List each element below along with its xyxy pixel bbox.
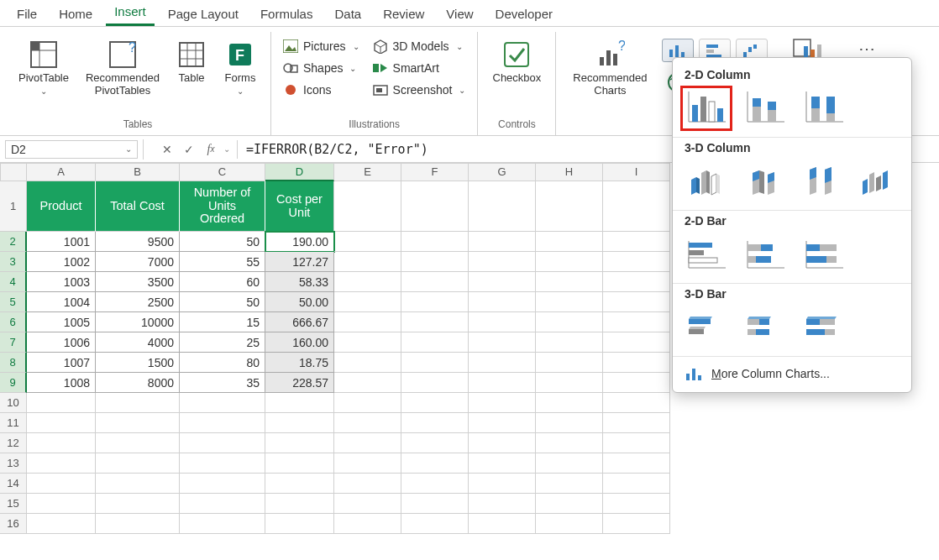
cell[interactable] (334, 393, 401, 413)
cell[interactable] (469, 312, 536, 332)
cell[interactable]: 18.75 (265, 353, 334, 373)
tab-review[interactable]: Review (375, 3, 433, 26)
cell[interactable] (603, 252, 670, 272)
row-header-1[interactable]: 1 (0, 181, 27, 232)
cell[interactable] (536, 433, 603, 453)
cell[interactable] (603, 232, 670, 252)
cell[interactable] (603, 433, 670, 453)
cell[interactable] (265, 433, 334, 453)
cell[interactable]: 58.33 (265, 272, 334, 292)
tab-insert[interactable]: Insert (106, 1, 155, 26)
row-header-16[interactable]: 16 (0, 514, 27, 534)
cell[interactable]: 3500 (96, 272, 180, 292)
cell[interactable]: 8000 (96, 373, 180, 393)
100-stacked-bar-2d-option[interactable] (802, 236, 846, 273)
cell[interactable] (536, 312, 603, 332)
cell[interactable] (334, 514, 401, 534)
cell[interactable] (27, 494, 96, 514)
cell[interactable] (334, 332, 401, 353)
row-header-6[interactable]: 6 (0, 312, 27, 332)
clustered-bar-3d-option[interactable] (685, 309, 728, 346)
smartart-button[interactable]: SmartArt (370, 59, 470, 77)
cell[interactable] (265, 413, 334, 433)
row-header-2[interactable]: 2 (0, 232, 27, 252)
cell[interactable] (401, 393, 469, 413)
cell[interactable]: 127.27 (265, 252, 334, 272)
cell[interactable] (603, 494, 670, 514)
header-cost-per-unit[interactable]: Cost per Unit (265, 181, 334, 232)
cell[interactable] (401, 514, 469, 534)
cell[interactable] (401, 332, 469, 353)
cancel-formula-button[interactable]: ✕ (158, 140, 176, 159)
stacked-bar-3d-option[interactable] (743, 309, 787, 346)
col-header-A[interactable]: A (27, 163, 96, 181)
cell[interactable] (334, 453, 401, 474)
cell[interactable] (536, 494, 603, 514)
cell[interactable] (27, 433, 96, 453)
3d-models-button[interactable]: 3D Models⌄ (370, 37, 470, 55)
cell[interactable] (180, 393, 265, 413)
cell[interactable] (603, 474, 670, 494)
row-header-11[interactable]: 11 (0, 413, 27, 433)
cell[interactable] (334, 292, 401, 312)
3d-column-option[interactable] (858, 163, 900, 200)
col-header-H[interactable]: H (536, 163, 603, 181)
100-stacked-column-2d-option[interactable] (802, 90, 846, 127)
tab-data[interactable]: Data (326, 3, 370, 26)
cell[interactable] (334, 353, 401, 373)
cell[interactable]: 4000 (96, 332, 180, 353)
cell[interactable] (401, 373, 469, 393)
row-header-15[interactable]: 15 (0, 494, 27, 514)
icons-button[interactable]: Icons (280, 81, 363, 99)
accept-formula-button[interactable]: ✓ (180, 140, 198, 159)
tab-file[interactable]: File (8, 3, 45, 26)
row-header-9[interactable]: 9 (0, 373, 27, 393)
cell[interactable] (401, 433, 469, 453)
cell[interactable] (334, 373, 401, 393)
cell[interactable] (401, 494, 469, 514)
cell[interactable] (180, 453, 265, 474)
cell[interactable] (469, 232, 536, 252)
cell[interactable] (536, 232, 603, 252)
stacked-column-3d-option[interactable] (742, 163, 785, 200)
cell[interactable] (27, 474, 96, 494)
pivottable-button[interactable]: PivotTable ⌄ (13, 34, 74, 96)
row-header-14[interactable]: 14 (0, 474, 27, 494)
cell[interactable] (536, 393, 603, 413)
cell[interactable] (180, 413, 265, 433)
tab-page-layout[interactable]: Page Layout (160, 3, 247, 26)
cell[interactable] (401, 453, 469, 474)
shapes-button[interactable]: Shapes⌄ (280, 59, 363, 77)
cell[interactable] (603, 393, 670, 413)
cell[interactable]: 2500 (96, 292, 180, 312)
col-header-I[interactable]: I (603, 163, 670, 181)
cell[interactable] (603, 181, 670, 232)
cell[interactable] (536, 514, 603, 534)
header-units[interactable]: Number of Units Ordered (180, 181, 265, 232)
row-header-5[interactable]: 5 (0, 292, 27, 312)
cell[interactable] (27, 413, 96, 433)
row-header-7[interactable]: 7 (0, 332, 27, 353)
cell[interactable] (536, 332, 603, 353)
cell[interactable] (401, 413, 469, 433)
cell[interactable] (180, 433, 265, 453)
cell[interactable]: 160.00 (265, 332, 334, 353)
cell[interactable] (536, 373, 603, 393)
recommended-pivottables-button[interactable]: ? Recommended PivotTables (81, 34, 165, 97)
cell[interactable] (96, 514, 180, 534)
cell[interactable]: 1500 (96, 353, 180, 373)
cell[interactable] (401, 181, 469, 232)
cell[interactable] (603, 353, 670, 373)
cell[interactable]: 25 (180, 332, 265, 353)
cell[interactable] (334, 232, 401, 252)
cell[interactable] (469, 353, 536, 373)
cell[interactable] (401, 232, 469, 252)
cell[interactable] (334, 181, 401, 232)
cell[interactable] (334, 312, 401, 332)
cell[interactable] (27, 514, 96, 534)
cell[interactable] (536, 252, 603, 272)
cell[interactable] (265, 393, 334, 413)
cell[interactable]: 1007 (27, 353, 96, 373)
cell[interactable] (401, 353, 469, 373)
col-header-C[interactable]: C (180, 163, 265, 181)
